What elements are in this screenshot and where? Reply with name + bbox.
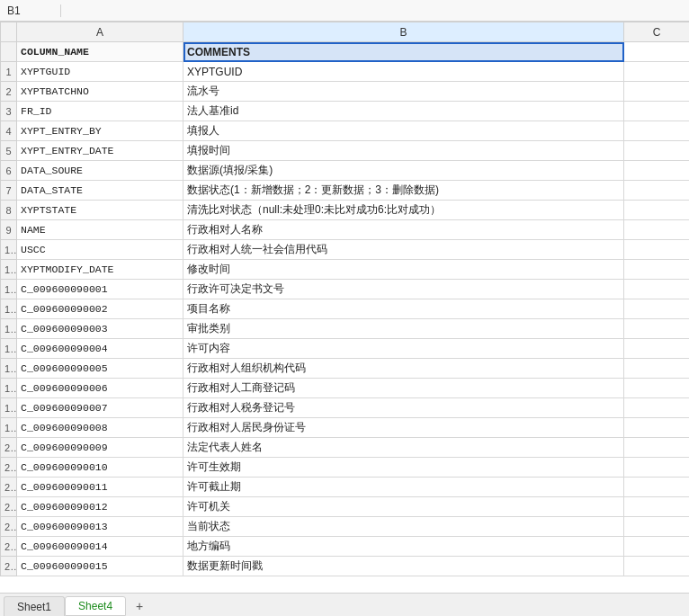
table-row[interactable]: 3FR_ID法人基准id <box>1 102 690 121</box>
cell-col-c[interactable] <box>624 478 690 497</box>
tab-sheet4[interactable]: Sheet4 <box>65 596 126 616</box>
cell-col-c[interactable] <box>624 181 690 201</box>
cell-col-c[interactable] <box>624 280 690 299</box>
col-header-b[interactable]: B <box>183 22 624 42</box>
cell-col-c[interactable] <box>624 339 690 359</box>
table-row[interactable]: 14C_009600090003审批类别 <box>1 319 690 339</box>
cell-col-c[interactable] <box>624 201 690 220</box>
cell-col-b[interactable]: 流水号 <box>183 82 624 102</box>
cell-col-c[interactable] <box>624 458 690 478</box>
table-row[interactable]: 25C_009600090014地方编码 <box>1 537 690 557</box>
table-row[interactable]: 11XYPTMODIFY_DATE修改时间 <box>1 260 690 280</box>
tab-sheet1[interactable]: Sheet1 <box>4 596 65 616</box>
cell-col-c[interactable] <box>624 537 690 557</box>
cell-col-b[interactable]: 地方编码 <box>183 537 624 557</box>
cell-col-c[interactable] <box>624 497 690 517</box>
table-row[interactable]: 13C_009600090002项目名称 <box>1 299 690 319</box>
table-row[interactable]: 20C_009600090009法定代表人姓名 <box>1 438 690 458</box>
table-row[interactable]: 5XYPT_ENTRY_DATE填报时间 <box>1 141 690 161</box>
cell-col-b[interactable]: COMMENTS <box>183 42 624 62</box>
cell-col-b[interactable]: 数据更新时间戳 <box>183 557 624 576</box>
table-row[interactable]: 23C_009600090012许可机关 <box>1 497 690 517</box>
cell-col-a[interactable]: C_009600090005 <box>17 359 183 379</box>
cell-col-c[interactable] <box>624 359 690 379</box>
cell-col-a[interactable]: XYPT_ENTRY_BY <box>17 121 183 141</box>
cell-col-a[interactable]: DATA_SOURE <box>17 161 183 181</box>
col-header-c[interactable]: C <box>624 22 690 42</box>
table-row[interactable]: 4XYPT_ENTRY_BY填报人 <box>1 121 690 141</box>
cell-col-b[interactable]: 许可生效期 <box>183 458 624 478</box>
cell-col-a[interactable]: XYPTBATCHNO <box>17 82 183 102</box>
cell-col-b[interactable]: 行政相对人工商登记码 <box>183 379 624 398</box>
cell-col-b[interactable]: 清洗比对状态（null:未处理0:未比对成功6:比对成功） <box>183 201 624 220</box>
cell-col-c[interactable] <box>624 319 690 339</box>
cell-col-b[interactable]: 行政相对人统一社会信用代码 <box>183 240 624 260</box>
cell-col-a[interactable]: C_009600090002 <box>17 299 183 319</box>
cell-col-b[interactable]: 许可内容 <box>183 339 624 359</box>
cell-col-c[interactable] <box>624 418 690 438</box>
cell-col-b[interactable]: 数据源(填报/采集) <box>183 161 624 181</box>
cell-col-a[interactable]: C_009600090010 <box>17 458 183 478</box>
cell-col-c[interactable] <box>624 102 690 121</box>
col-header-a[interactable]: A <box>17 22 183 42</box>
cell-col-c[interactable] <box>624 220 690 240</box>
cell-col-c[interactable] <box>624 121 690 141</box>
table-row[interactable]: 26C_009600090015数据更新时间戳 <box>1 557 690 576</box>
cell-col-b[interactable]: 填报人 <box>183 121 624 141</box>
cell-col-a[interactable]: C_009600090006 <box>17 379 183 398</box>
cell-col-b[interactable]: 行政相对人税务登记号 <box>183 398 624 418</box>
cell-col-b[interactable]: 法人基准id <box>183 102 624 121</box>
cell-col-c[interactable] <box>624 42 690 62</box>
cell-col-b[interactable]: 项目名称 <box>183 299 624 319</box>
table-row[interactable]: 1XYPTGUIDXYPTGUID <box>1 62 690 82</box>
cell-col-a[interactable]: C_009600090007 <box>17 398 183 418</box>
cell-col-c[interactable] <box>624 398 690 418</box>
cell-col-a[interactable]: XYPTSTATE <box>17 201 183 220</box>
table-row[interactable]: 24C_009600090013当前状态 <box>1 517 690 537</box>
cell-col-c[interactable] <box>624 161 690 181</box>
table-row[interactable]: 12C_009600090001行政许可决定书文号 <box>1 280 690 299</box>
cell-col-a[interactable]: COLUMN_NAME <box>17 42 183 62</box>
cell-col-b[interactable]: 数据状态(1：新增数据；2：更新数据；3：删除数据) <box>183 181 624 201</box>
cell-col-a[interactable]: FR_ID <box>17 102 183 121</box>
cell-col-b[interactable]: 许可机关 <box>183 497 624 517</box>
cell-col-a[interactable]: C_009600090009 <box>17 438 183 458</box>
cell-col-c[interactable] <box>624 438 690 458</box>
cell-col-a[interactable]: C_009600090003 <box>17 319 183 339</box>
cell-col-c[interactable] <box>624 141 690 161</box>
cell-col-b[interactable]: 行政相对人居民身份证号 <box>183 418 624 438</box>
cell-col-a[interactable]: C_009600090001 <box>17 280 183 299</box>
cell-col-b[interactable]: 修改时间 <box>183 260 624 280</box>
cell-col-c[interactable] <box>624 557 690 576</box>
cell-col-b[interactable]: 行政相对人组织机构代码 <box>183 359 624 379</box>
cell-col-c[interactable] <box>624 299 690 319</box>
cell-col-b[interactable]: 法定代表人姓名 <box>183 438 624 458</box>
table-row[interactable]: 6DATA_SOURE数据源(填报/采集) <box>1 161 690 181</box>
cell-col-a[interactable]: XYPTMODIFY_DATE <box>17 260 183 280</box>
cell-col-a[interactable]: C_009600090013 <box>17 517 183 537</box>
tab-add-button[interactable]: + <box>130 596 149 616</box>
table-row[interactable]: 16C_009600090005行政相对人组织机构代码 <box>1 359 690 379</box>
cell-col-b[interactable]: 填报时间 <box>183 141 624 161</box>
cell-col-a[interactable]: C_009600090015 <box>17 557 183 576</box>
table-row[interactable]: 10USCC行政相对人统一社会信用代码 <box>1 240 690 260</box>
cell-col-c[interactable] <box>624 240 690 260</box>
cell-col-b[interactable]: 审批类别 <box>183 319 624 339</box>
cell-col-a[interactable]: C_009600090008 <box>17 418 183 438</box>
cell-col-a[interactable]: XYPT_ENTRY_DATE <box>17 141 183 161</box>
cell-col-a[interactable]: USCC <box>17 240 183 260</box>
table-row[interactable]: 19C_009600090008行政相对人居民身份证号 <box>1 418 690 438</box>
table-row[interactable]: 8XYPTSTATE清洗比对状态（null:未处理0:未比对成功6:比对成功） <box>1 201 690 220</box>
cell-col-c[interactable] <box>624 260 690 280</box>
table-row[interactable]: 15C_009600090004许可内容 <box>1 339 690 359</box>
cell-col-b[interactable]: 行政相对人名称 <box>183 220 624 240</box>
cell-col-c[interactable] <box>624 62 690 82</box>
cell-col-a[interactable]: C_009600090014 <box>17 537 183 557</box>
cell-col-a[interactable]: C_009600090011 <box>17 478 183 497</box>
table-row[interactable]: 17C_009600090006行政相对人工商登记码 <box>1 379 690 398</box>
table-row[interactable]: 2XYPTBATCHNO流水号 <box>1 82 690 102</box>
cell-col-a[interactable]: DATA_STATE <box>17 181 183 201</box>
cell-col-b[interactable]: XYPTGUID <box>183 62 624 82</box>
table-row[interactable]: COLUMN_NAMECOMMENTS <box>1 42 690 62</box>
cell-col-b[interactable]: 行政许可决定书文号 <box>183 280 624 299</box>
